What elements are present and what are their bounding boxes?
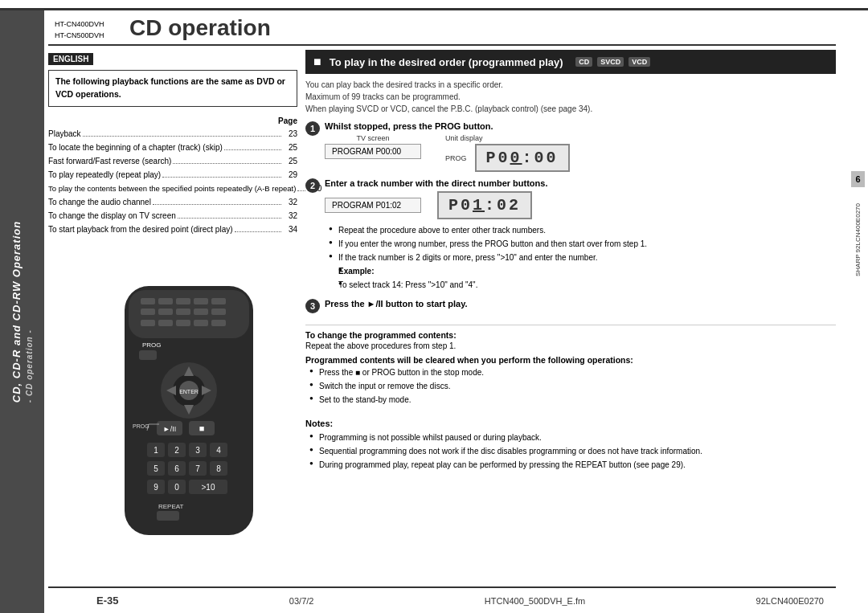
svg-rect-8 bbox=[158, 309, 173, 315]
notes-bullets: Programming is not possible whilst pause… bbox=[305, 431, 836, 471]
bottom-bar: E-35 03/7/2 HTCN400_500DVH_E.fm 92LCN400… bbox=[48, 586, 836, 613]
svg-rect-3 bbox=[158, 298, 173, 304]
footer-docnum: 92LCN400E0270 bbox=[756, 596, 824, 606]
svg-rect-13 bbox=[158, 320, 173, 326]
toc-item-2: Fast forward/Fast reverse (search) 25 bbox=[48, 154, 297, 168]
step-2: 2 Enter a track number with the direct n… bbox=[305, 178, 836, 292]
step-3-content: Press the ►/II button to start play. bbox=[325, 299, 836, 313]
content-area: HT-CN400DVH HT-CN500DVH CD operation ENG… bbox=[44, 10, 848, 613]
svg-rect-55 bbox=[157, 511, 179, 521]
step-2-lcd: P01:02 bbox=[437, 191, 532, 219]
remote-svg: PROG ENTER bbox=[108, 286, 269, 543]
svg-rect-5 bbox=[194, 298, 208, 304]
remote-area: PROG ENTER bbox=[48, 243, 297, 586]
change-contents: To change the programmed contents: Repea… bbox=[305, 330, 836, 350]
svg-rect-11 bbox=[211, 309, 226, 315]
step-1: 1 Whilst stopped, press the PROG button.… bbox=[305, 121, 836, 172]
svg-text:►/II: ►/II bbox=[163, 425, 176, 433]
step-2-bullets: Repeat the procedure above to enter othe… bbox=[325, 224, 836, 291]
svg-text:ENTER: ENTER bbox=[179, 389, 199, 394]
svg-text:0: 0 bbox=[174, 483, 179, 492]
svg-text:3: 3 bbox=[195, 446, 200, 455]
svg-rect-10 bbox=[194, 309, 208, 315]
svg-text:5: 5 bbox=[154, 464, 158, 473]
step-1-lcd: P00:00 bbox=[475, 144, 570, 172]
svg-rect-12 bbox=[141, 320, 155, 326]
right-vert-text: SHARP 92LCN400E0270 bbox=[854, 203, 862, 276]
step-3-number: 3 bbox=[305, 299, 320, 313]
section-intro: You can play back the desired tracks in … bbox=[305, 79, 836, 115]
toc-section: Page Playback 23 To locate the beginning… bbox=[48, 113, 297, 239]
section-header: ■ To play in the desired order (programm… bbox=[305, 50, 836, 74]
toc-item-7: To start playback from the desired point… bbox=[48, 223, 297, 236]
svg-rect-6 bbox=[211, 298, 226, 304]
disc-badge-svcd: SVCD bbox=[597, 57, 624, 67]
svg-text:PROG: PROG bbox=[133, 423, 149, 429]
left-sidebar: CD, CD-R and CD-RW Operation - CD operat… bbox=[0, 10, 44, 613]
step-1-number: 1 bbox=[305, 121, 320, 136]
svg-rect-14 bbox=[176, 320, 190, 326]
svg-text:6: 6 bbox=[174, 464, 179, 473]
toc-item-5: To change the audio channel 32 bbox=[48, 195, 297, 209]
notes-section: Notes: Programming is not possible whils… bbox=[305, 419, 836, 472]
svg-text:9: 9 bbox=[154, 483, 158, 492]
sidebar-text: CD, CD-R and CD-RW Operation - CD operat… bbox=[10, 221, 35, 403]
step-3: 3 Press the ►/II button to start play. bbox=[305, 299, 836, 313]
disc-badge-vcd: VCD bbox=[628, 57, 650, 67]
toc-item-1: To locate the beginning of a chapter (tr… bbox=[48, 141, 297, 154]
svg-rect-4 bbox=[176, 298, 190, 304]
page-container: CD, CD-R and CD-RW Operation - CD operat… bbox=[0, 0, 868, 613]
svg-text:8: 8 bbox=[216, 464, 221, 473]
toc-item-3: To play repeatedly (repeat play) 29 bbox=[48, 168, 297, 182]
separator-1 bbox=[305, 325, 836, 325]
svg-rect-15 bbox=[194, 320, 208, 326]
english-badge: ENGLISH bbox=[48, 53, 93, 65]
programmed-contents: Programmed contents will be cleared when… bbox=[305, 355, 836, 407]
svg-text:1: 1 bbox=[154, 446, 158, 455]
step-2-number: 2 bbox=[305, 178, 320, 193]
svg-text:■: ■ bbox=[199, 423, 205, 433]
toc-item-0: Playback 23 bbox=[48, 127, 297, 141]
chapter-area: 6 SHARP 92LCN400E0270 bbox=[848, 10, 868, 613]
programmed-bullets: Press the ■ or PROG button in the stop m… bbox=[305, 366, 836, 406]
two-col-layout: ENGLISH The following playback functions… bbox=[48, 46, 836, 586]
svg-text:>10: >10 bbox=[202, 483, 215, 492]
toc-item-6: To change the display on TV screen 32 bbox=[48, 209, 297, 223]
svg-text:REPEAT: REPEAT bbox=[158, 503, 184, 510]
page-title: CD operation bbox=[129, 15, 836, 41]
svg-text:2: 2 bbox=[174, 446, 179, 455]
footer-filename: HTCN400_500DVH_E.fm bbox=[485, 596, 585, 606]
svg-text:PROG: PROG bbox=[142, 341, 162, 349]
svg-rect-7 bbox=[141, 309, 155, 315]
left-column: ENGLISH The following playback functions… bbox=[48, 50, 297, 586]
svg-rect-9 bbox=[176, 309, 190, 315]
right-column: ■ To play in the desired order (programm… bbox=[305, 50, 836, 586]
svg-text:7: 7 bbox=[195, 464, 200, 473]
footer-date: 03/7/2 bbox=[289, 596, 314, 606]
svg-rect-2 bbox=[141, 298, 155, 304]
main-layout: CD, CD-R and CD-RW Operation - CD operat… bbox=[0, 10, 868, 613]
step-1-unit-display: Unit display PROG P00:00 bbox=[445, 134, 570, 172]
step-1-tv-display: TV screen PROGRAM P00:00 bbox=[325, 134, 421, 159]
intro-box: The following playback functions are the… bbox=[48, 70, 297, 107]
model-numbers: HT-CN400DVH HT-CN500DVH bbox=[55, 19, 123, 41]
step-1-content: Whilst stopped, press the PROG button. T… bbox=[325, 121, 836, 172]
toc-item-4: To play the contents between the specifi… bbox=[48, 182, 297, 195]
svg-rect-16 bbox=[211, 320, 226, 326]
svg-text:4: 4 bbox=[216, 446, 221, 455]
svg-rect-18 bbox=[139, 350, 157, 360]
disc-badge-cd: CD bbox=[575, 57, 592, 67]
chapter-badge: 6 bbox=[851, 171, 864, 187]
step-2-content: Enter a track number with the direct num… bbox=[325, 178, 836, 292]
page-number: E-35 bbox=[96, 595, 118, 607]
